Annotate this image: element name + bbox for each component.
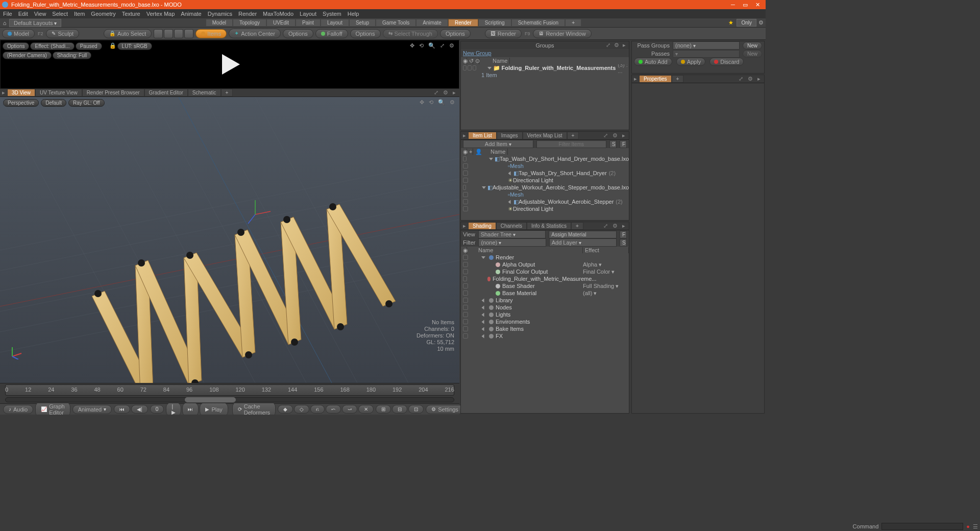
discard-button[interactable]: Discard [709, 58, 744, 66]
sh-tab-shading[interactable]: Shading [468, 222, 496, 230]
il-panel-controls[interactable]: ⤢ ⚙ ▸ [603, 132, 629, 139]
menu-geometry[interactable]: Geometry [91, 11, 115, 17]
vptab-gradient[interactable]: Gradient Editor [144, 89, 188, 96]
itemlist-row[interactable]: ◧ Tap_Wash_Dry_Short_Hand_Dryer_modo_bas… [461, 155, 629, 162]
menu-item[interactable]: Item [74, 11, 85, 17]
options-button-1[interactable]: Options [283, 29, 313, 38]
properties-tab[interactable]: Properties [639, 75, 672, 83]
maximize-button[interactable]: ▭ [739, 0, 751, 9]
sh-panel-controls[interactable]: ⤢ ⚙ ▸ [603, 223, 629, 229]
auto-add-button[interactable]: Auto Add [634, 58, 672, 66]
step-back-button[interactable]: ◀| [131, 405, 148, 414]
star-icon[interactable]: ★ [728, 19, 733, 26]
lock-icon[interactable]: 🔒 [109, 42, 116, 50]
menu-maxtomodo[interactable]: MaxToModo [263, 11, 293, 17]
layout-tab-layout[interactable]: Layout [321, 19, 349, 27]
items-mode-button[interactable]: Items [195, 29, 227, 38]
rp-effect[interactable]: Effect: (Shadi... [30, 42, 74, 50]
sh-filter-dropdown[interactable]: (none) ▾ [478, 238, 546, 247]
shading-row[interactable]: Base Material(all) ▾ [461, 289, 629, 297]
menu-view[interactable]: View [34, 11, 46, 17]
timeline-scroll-thumb[interactable] [185, 397, 236, 402]
shading-row[interactable]: Render [461, 254, 629, 261]
shading-row[interactable]: Library [461, 297, 629, 304]
layout-tab-animate[interactable]: Animate [416, 19, 448, 27]
menu-file[interactable]: File [3, 11, 12, 17]
menu-layout[interactable]: Layout [300, 11, 316, 17]
sh-tab-info[interactable]: Info & Statistics [527, 222, 571, 230]
groups-panel-controls[interactable]: ⤢ ⚙ ▸ [606, 42, 627, 49]
prop-expand-icon[interactable]: ▸ [632, 76, 639, 82]
selection-mode-icons[interactable] [154, 29, 193, 38]
shading-row[interactable]: Alpha OutputAlpha ▾ [461, 261, 629, 268]
rp-shading[interactable]: Shading: Full [53, 52, 91, 59]
passgroups-dropdown[interactable]: (none) ▾ [673, 41, 740, 50]
shader-tree-dropdown[interactable]: Shader Tree ▾ [478, 230, 546, 238]
timeline[interactable]: 0122436486072849610812013214415616818019… [0, 383, 459, 403]
vptab-add[interactable]: + [221, 89, 233, 96]
cache-deformers-button[interactable]: ⟳ Cache Deformers [232, 402, 276, 415]
mode-model-button[interactable]: Model [2, 29, 35, 38]
close-button[interactable]: ✕ [751, 0, 764, 9]
rp-options[interactable]: Options [3, 42, 29, 50]
itemlist-row[interactable]: ▫ Mesh [461, 191, 629, 198]
play-button[interactable]: ▶ Play [200, 402, 228, 415]
sh-f-button[interactable]: F [620, 231, 627, 238]
vptab-3dview[interactable]: 3D View [7, 89, 35, 96]
play-icon[interactable] [217, 52, 242, 77]
passes-new-button[interactable]: New [743, 50, 762, 58]
menu-help[interactable]: Help [348, 11, 359, 17]
vptab-render-preset[interactable]: Render Preset Browser [82, 89, 144, 96]
vptab-schematic[interactable]: Schematic [188, 89, 221, 96]
il-tab-vmap[interactable]: Vertex Map List [523, 132, 567, 139]
il-tab-images[interactable]: Images [497, 132, 523, 139]
menu-render[interactable]: Render [238, 11, 257, 17]
layout-gear-icon[interactable]: ⚙ [756, 19, 766, 26]
il-s-button[interactable]: S [609, 140, 617, 148]
audio-button[interactable]: ♪ Audio [3, 405, 33, 414]
add-item-dropdown[interactable]: Add Item ▾ [463, 140, 533, 148]
filter-items-input[interactable] [536, 140, 607, 148]
sh-tab-channels[interactable]: Channels [496, 222, 527, 230]
rp-lut[interactable]: LUT: sRGB [117, 42, 152, 50]
step-fwd-button[interactable]: |▶ [166, 402, 181, 415]
passes-dropdown[interactable]: ▾ [673, 50, 740, 58]
itemlist-row[interactable]: ☀ Directional Light [461, 177, 629, 184]
render-window-button[interactable]: 🖥 Render Window [533, 29, 591, 38]
itemlist-row[interactable]: ◧ Tap_Wash_Dry_Short_Hand_Dryer(2) [461, 170, 629, 177]
vp-expand-icon[interactable]: ▸ [0, 89, 7, 96]
goto-start-button[interactable]: ⏮ [114, 405, 130, 414]
auto-select-button[interactable]: 🔒 Auto Select [104, 29, 152, 38]
layout-tab-model[interactable]: Model [206, 19, 233, 27]
layout-tab-setup[interactable]: Setup [349, 19, 376, 27]
menu-vertexmap[interactable]: Vertex Map [146, 11, 175, 17]
passgroups-new-button[interactable]: New [743, 42, 762, 50]
minimize-button[interactable]: ─ [727, 0, 739, 9]
mode-sculpt-button[interactable]: ✎ Sculpt [46, 29, 79, 38]
layout-tab-uvedit[interactable]: UVEdit [266, 19, 296, 27]
menu-animate[interactable]: Animate [181, 11, 201, 17]
home-icon[interactable]: ⌂ [0, 20, 9, 26]
menu-edit[interactable]: Edit [18, 11, 28, 17]
apply-button[interactable]: Apply [676, 58, 706, 66]
key-tools[interactable]: ◆◇⎌ ⤺⤻✕ [278, 405, 374, 414]
new-group-link[interactable]: New Group [463, 50, 492, 56]
goto-end-button[interactable]: ⏭ [182, 402, 199, 415]
settings-button[interactable]: ⚙ Settings [426, 405, 464, 414]
itemlist-row[interactable]: ▫ Mesh [461, 162, 629, 170]
channel-tools[interactable]: ⊞⊟⊡ [376, 405, 424, 414]
il-expand-icon[interactable]: ▸ [461, 132, 468, 139]
il-f-button[interactable]: F [620, 140, 627, 148]
il-tab-itemlist[interactable]: Item List [468, 132, 497, 139]
select-through-button[interactable]: ⇆ Select Through [383, 29, 438, 38]
vptab-uv[interactable]: UV Texture View [35, 89, 82, 96]
itemlist-row[interactable]: ◧ Adjustable_Workout_Aerobic_Stepper(2) [461, 198, 629, 205]
menu-system[interactable]: System [323, 11, 341, 17]
shading-row[interactable]: Nodes [461, 304, 629, 311]
shading-row[interactable]: Lights [461, 311, 629, 318]
shading-row[interactable]: FX [461, 332, 629, 340]
vptab-icons[interactable]: ⤢ ⚙ ▸ [434, 89, 459, 96]
layout-tab-render[interactable]: Render [448, 19, 478, 27]
sh-tab-add[interactable]: + [571, 222, 583, 230]
prop-panel-controls[interactable]: ⤢ ⚙ ▸ [739, 76, 764, 82]
